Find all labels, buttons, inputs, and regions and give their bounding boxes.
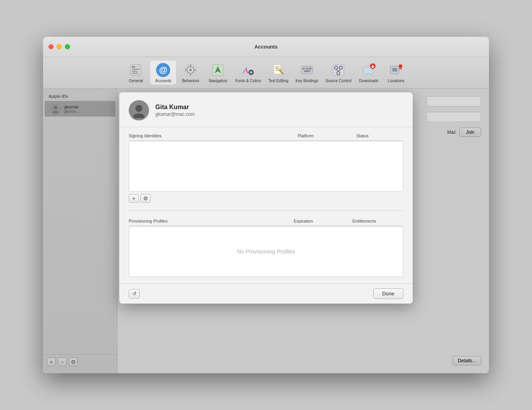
provisioning-profiles-section: Provisioning Profiles Expiration Entitle… [119,212,413,283]
text-editing-label: Text Editing [268,79,289,83]
toolbar-item-fonts-colors[interactable]: A Fonts & Colors [232,61,264,85]
svg-rect-4 [132,73,138,74]
modal-user-avatar [129,100,149,120]
toolbar-item-key-bindings[interactable]: opt Key Bindings [293,61,322,85]
behaviors-icon [183,62,198,78]
refresh-icon: ↺ [132,291,137,297]
modal-user-header: Gita Kumar gkumar@mac.com [119,92,413,127]
key-bindings-icon: opt [299,62,315,78]
downloads-icon [361,62,377,78]
source-control-label: Source Control [325,79,352,83]
svg-rect-26 [304,70,310,72]
toolbar-item-behaviors[interactable]: Behaviors [177,61,204,85]
fonts-colors-icon: A [240,62,256,78]
no-profiles-text: No Provisioning Profiles [237,248,295,255]
svg-rect-22 [302,66,313,74]
signing-identities-table[interactable] [129,141,403,192]
toolbar-item-general[interactable]: General [122,61,149,85]
svg-rect-2 [132,69,140,70]
toolbar-item-source-control[interactable]: Source Control [322,61,355,85]
refresh-button[interactable]: ↺ [129,289,140,299]
svg-point-46 [135,105,142,112]
locations-icon [388,62,404,78]
svg-rect-41 [392,68,397,72]
add-signing-button[interactable]: + [129,194,139,203]
signing-identities-section: Signing Identities Platform Status + ⚙ [119,127,413,209]
content-area: Apple IDs gkumar gkuma... + − ⚙ [43,88,489,373]
settings-signing-button[interactable]: ⚙ [140,194,151,203]
modal-overlay: Gita Kumar gkumar@mac.com Signing Identi… [43,88,489,373]
signing-table-header: Signing Identities Platform Status [129,133,403,141]
modal-user-email: gkumar@mac.com [155,111,195,117]
prov-table-header: Provisioning Profiles Expiration Entitle… [129,219,403,226]
close-button[interactable] [49,44,54,49]
col-platform: Platform [298,133,356,138]
text-editing-icon [271,62,286,78]
col-status: Status [356,133,403,138]
locations-label: Locations [388,79,404,83]
col-signing-identities: Signing Identities [129,133,298,138]
provisioning-profiles-table[interactable]: No Provisioning Profiles [129,226,403,277]
svg-rect-0 [130,65,141,76]
svg-point-7 [189,69,192,71]
done-button[interactable]: Done [373,288,403,299]
key-bindings-label: Key Bindings [296,79,318,83]
toolbar-item-navigation[interactable]: Navigation [205,61,231,85]
svg-point-47 [133,113,144,118]
signing-table-toolbar: + ⚙ [129,194,403,203]
navigation-icon [210,62,226,78]
svg-rect-25 [309,68,311,70]
general-label: General [129,79,143,83]
svg-rect-3 [132,71,137,72]
fonts-colors-label: Fonts & Colors [235,79,261,83]
title-bar: Accounts [43,37,489,57]
svg-text:A: A [242,65,248,75]
modal-user-info: Gita Kumar gkumar@mac.com [155,104,195,117]
maximize-button[interactable] [65,44,70,49]
modal-user-name: Gita Kumar [155,104,195,111]
navigation-label: Navigation [209,79,227,83]
minimize-button[interactable] [57,44,62,49]
main-window: Accounts General @ Acco [43,37,489,373]
svg-point-15 [248,70,254,75]
col-entitlements: Entitlements [352,219,403,223]
source-control-icon [331,62,346,78]
svg-text:opt: opt [304,68,307,70]
accounts-icon: @ [155,62,171,78]
toolbar-item-accounts[interactable]: @ Accounts [150,60,176,85]
svg-rect-28 [333,65,344,76]
toolbar-item-downloads[interactable]: Downloads [356,61,382,85]
svg-marker-43 [399,68,402,69]
modal-divider [129,210,403,211]
toolbar: General @ Accounts [43,57,489,88]
behaviors-label: Behaviors [182,79,199,83]
col-expiration: Expiration [294,219,352,223]
downloads-label: Downloads [359,79,378,83]
svg-rect-42 [399,65,402,68]
modal-footer: ↺ Done [119,283,413,304]
modal-dialog: Gita Kumar gkumar@mac.com Signing Identi… [119,92,413,304]
toolbar-item-text-editing[interactable]: Text Editing [265,61,292,85]
svg-rect-1 [132,66,135,68]
traffic-lights [49,44,70,49]
col-provisioning-profiles: Provisioning Profiles [129,219,294,223]
window-title: Accounts [254,44,277,50]
toolbar-item-locations[interactable]: Locations [383,61,410,85]
general-icon [128,62,144,78]
accounts-label: Accounts [155,79,171,83]
